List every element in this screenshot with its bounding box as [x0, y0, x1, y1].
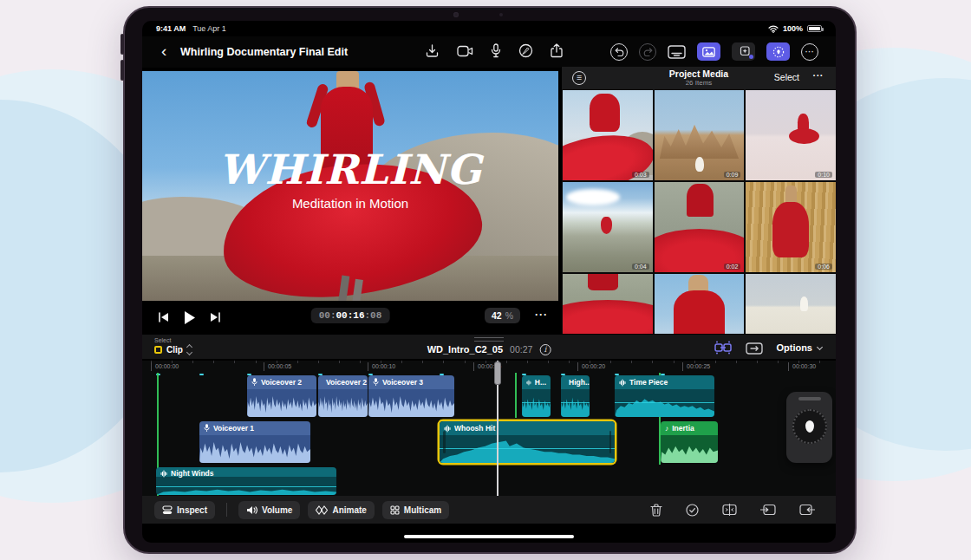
viewer-preview[interactable]: WHIRLING Meditation in Motion — [142, 71, 558, 301]
viewer-more-button[interactable]: ··· — [535, 309, 548, 321]
music-note-icon: ♪ — [665, 424, 668, 433]
overwrite-clip-button[interactable] — [746, 342, 763, 355]
timeline-clip-high[interactable]: High... — [561, 375, 590, 417]
volume-down-button — [121, 60, 124, 81]
status-left: 9:41 AMTue Apr 1 — [156, 24, 233, 33]
camera-button[interactable] — [457, 45, 473, 57]
jog-wheel[interactable] — [786, 392, 832, 463]
jog-drag-handle[interactable] — [798, 397, 821, 400]
transport-bar: 00:00:16:08 42% ··· — [142, 301, 558, 334]
redo-button[interactable] — [639, 43, 656, 61]
timeline-clip-voiceover-2[interactable]: Voiceover 2 — [247, 375, 316, 417]
insert-clip-button[interactable] — [760, 504, 776, 516]
battery-percent: 100% — [783, 24, 803, 33]
timeline-clip-inertia[interactable]: ♪Inertia — [661, 421, 718, 463]
timeline[interactable]: 00:00:00 00:00:05 00:00:10 00:00:15 00:0… — [142, 361, 836, 496]
media-thumbnail[interactable]: 0:02 — [655, 182, 745, 272]
media-thumbnail[interactable]: 0:03 — [563, 90, 653, 180]
effects-badge — [749, 55, 753, 59]
timeline-clip-night-winds[interactable]: Night Winds — [156, 467, 336, 495]
info-button[interactable]: i — [539, 344, 551, 355]
playhead[interactable] — [497, 361, 499, 496]
multicam-label: Multicam — [404, 505, 441, 515]
clip-type-selector[interactable]: Clip — [154, 345, 192, 355]
titles-button[interactable] — [668, 45, 686, 59]
skip-back-button[interactable] — [158, 312, 169, 322]
status-date: Tue Apr 1 — [192, 24, 226, 33]
animate-button[interactable]: Animate — [308, 501, 374, 519]
extract-clip-button[interactable] — [799, 504, 815, 516]
pencil-tools-button[interactable] — [518, 43, 533, 58]
timeline-clip-voiceover-2b[interactable]: Voiceover 2 — [318, 375, 368, 417]
timecode-display: 00:00:16:08 — [311, 308, 390, 323]
app-toolbar: ‹ Whirling Documentary Final Edit — [142, 36, 836, 68]
import-button[interactable] — [425, 43, 440, 58]
ruler-label: 00:00:05 — [264, 362, 291, 371]
media-thumbnail[interactable]: 0:04 — [563, 182, 653, 272]
jog-wheel-button[interactable] — [766, 42, 790, 61]
trim-handle-right[interactable] — [609, 431, 612, 454]
chevron-down-icon — [817, 343, 823, 349]
clip-selector-label: Clip — [166, 345, 183, 355]
media-browser-button[interactable] — [697, 42, 720, 61]
media-grid: 0:03 0:09 0:10 0:04 0:02 0:06 — [563, 90, 836, 334]
ruler-label: 00:00:30 — [788, 362, 816, 371]
volume-label: Volume — [262, 505, 292, 515]
play-button[interactable] — [184, 311, 195, 324]
volume-up-button — [121, 34, 124, 55]
inspect-button[interactable]: Inspect — [154, 501, 215, 519]
effects-button[interactable] — [732, 42, 755, 61]
media-thumbnail[interactable] — [655, 274, 745, 334]
media-thumbnail[interactable]: 0:06 — [746, 182, 836, 272]
title-card-subtext: Meditation in Motion — [142, 196, 558, 211]
media-thumbnail[interactable]: 0:09 — [655, 90, 745, 180]
timeline-clip-voiceover-3[interactable]: Voiceover 3 — [368, 375, 454, 417]
playhead-handle[interactable] — [494, 361, 502, 385]
enable-clip-button[interactable] — [686, 504, 699, 517]
wifi-icon — [768, 25, 779, 33]
share-button[interactable] — [551, 43, 563, 58]
ruler-label: 00:00:25 — [682, 362, 710, 371]
split-clip-button[interactable] — [722, 504, 737, 516]
media-header: ☰ Project Media 26 Items Select ··· — [562, 67, 836, 89]
clip-duration-badge: 0:03 — [632, 172, 649, 178]
media-thumbnail[interactable] — [746, 274, 836, 334]
toolbar-divider — [226, 503, 227, 517]
viewer: WHIRLING Meditation in Motion 00:00:16:0… — [142, 68, 560, 334]
volume-button[interactable]: Volume — [238, 501, 300, 519]
clip-duration-badge: 0:02 — [724, 264, 741, 270]
timeline-clip-whoosh-hit[interactable]: Whoosh Hit — [440, 421, 615, 463]
status-right: 100% — [768, 24, 822, 33]
clip-duration-badge: 0:10 — [815, 172, 832, 178]
timeline-toolbar: Select Clip WD_Intro_C2_05 00:27 i Optio… — [142, 334, 836, 360]
trim-handle-left[interactable] — [443, 431, 446, 454]
microphone-button[interactable] — [491, 43, 501, 58]
zoom-level[interactable]: 42% — [485, 308, 520, 323]
connect-clip-button[interactable] — [714, 341, 733, 355]
timecode-seconds: 00:16 — [336, 310, 364, 321]
media-thumbnail[interactable] — [563, 274, 653, 334]
back-button[interactable]: ‹ — [161, 41, 166, 62]
media-more-button[interactable]: ··· — [813, 70, 824, 81]
trash-button[interactable] — [650, 504, 662, 517]
timeline-clip-voiceover-1[interactable]: Voiceover 1 — [199, 421, 310, 463]
jog-dial[interactable] — [792, 409, 827, 444]
status-time: 9:41 AM — [156, 24, 186, 33]
select-button[interactable]: Select — [774, 72, 799, 82]
more-button[interactable]: ··· — [801, 43, 818, 61]
clip-duration-badge: 0:09 — [724, 172, 741, 178]
undo-button[interactable] — [610, 43, 628, 61]
timeline-clip-h[interactable]: H... — [522, 375, 551, 417]
media-panel: ☰ Project Media 26 Items Select ··· 0:03… — [561, 67, 836, 334]
multicam-button[interactable]: Multicam — [382, 501, 449, 519]
skip-forward-button[interactable] — [210, 312, 221, 322]
home-indicator[interactable] — [404, 535, 574, 539]
animate-label: Animate — [332, 505, 366, 515]
clip-duration-badge: 0:06 — [815, 264, 832, 270]
bottom-toolbar: Inspect Volume Animate Multicam — [142, 496, 836, 524]
zoom-value: 42 — [492, 310, 502, 321]
options-button[interactable]: Options — [776, 342, 822, 353]
capture-tools — [425, 43, 563, 58]
media-thumbnail[interactable]: 0:10 — [746, 90, 836, 180]
timeline-clip-time-piece[interactable]: Time Piece — [615, 375, 714, 417]
